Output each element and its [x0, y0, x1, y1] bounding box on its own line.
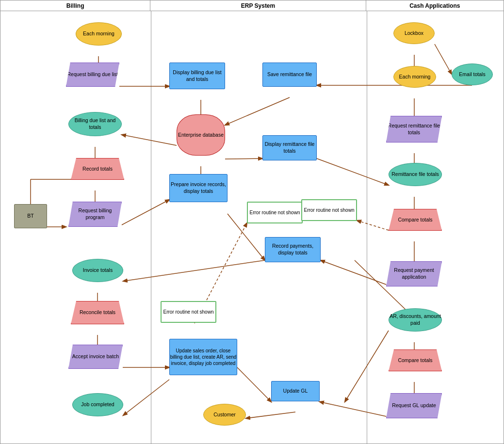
svg-line-14 [237, 367, 271, 402]
lockbox: Lockbox [393, 22, 435, 44]
svg-line-23 [225, 97, 290, 125]
save-remittance-file: Save remittance file [262, 63, 317, 87]
reconcile-totals: Reconcile totals [71, 301, 124, 324]
svg-line-6 [122, 200, 169, 225]
update-gl: Update GL [271, 381, 320, 401]
billing-each-morning: Each morning [76, 22, 122, 46]
svg-line-3 [122, 135, 177, 145]
error-routine-erp: Error routine not shown [247, 202, 303, 223]
display-remittance-totals: Display remittance file totals [262, 135, 317, 160]
svg-line-31 [321, 260, 386, 285]
job-completed-billing: Job completed [72, 393, 123, 416]
ar-discounts: AR, discounts, amount paid [389, 308, 442, 332]
svg-line-13 [123, 380, 169, 415]
col-cash: Cash Applications [366, 0, 504, 11]
prepare-invoice: Prepare invoice records, display totals [169, 174, 228, 202]
enterprise-database: Enterprise database [177, 114, 225, 156]
email-totals: Email totals [452, 63, 493, 85]
invoice-totals: Invoice totals [72, 259, 123, 282]
billing-due-totals: Billing due list and totals [68, 112, 122, 136]
update-sales-order: Update sales order, close billing due li… [169, 339, 237, 375]
col-billing: Billing [0, 0, 150, 11]
customer: Customer [203, 404, 246, 426]
record-payments: Record payments, display totals [265, 237, 321, 262]
col-divider-left [151, 11, 151, 444]
svg-line-21 [435, 44, 452, 74]
bt-box: BT [14, 204, 47, 228]
error-routine-ca: Error routine not shown [301, 199, 357, 221]
svg-line-25 [317, 159, 389, 185]
error-routine-billing: Error routine not shown [161, 301, 216, 323]
record-totals: Record totals [71, 158, 124, 180]
request-billing-program: Request billing program [68, 202, 122, 227]
svg-line-9 [123, 260, 265, 281]
column-headers: Billing ERP System Cash Applications [0, 0, 504, 11]
col-divider-right [367, 11, 367, 444]
remittance-file-totals: Remittance file totals [389, 163, 442, 186]
diagram-container: Billing ERP System Cash Applications [0, 0, 504, 444]
svg-line-35 [320, 402, 386, 416]
accept-invoice-batch: Accept invoice batch [68, 345, 123, 369]
request-billing-due-list: Request billing due list [66, 63, 119, 87]
svg-line-15 [246, 412, 295, 418]
compare-totals-2: Compare totals [389, 349, 442, 371]
request-gl-update: Request GL update [386, 393, 442, 418]
request-remittance-totals: Request remittance file totals [386, 116, 442, 143]
display-billing-due: Display billing due list and totals [169, 63, 225, 89]
ca-each-morning: Each morning [393, 66, 436, 88]
svg-line-24 [225, 159, 262, 159]
compare-totals-1: Compare totals [389, 209, 442, 231]
col-erp: ERP System [150, 0, 366, 11]
svg-line-29 [357, 221, 389, 230]
request-payment-app: Request payment application [386, 261, 442, 286]
